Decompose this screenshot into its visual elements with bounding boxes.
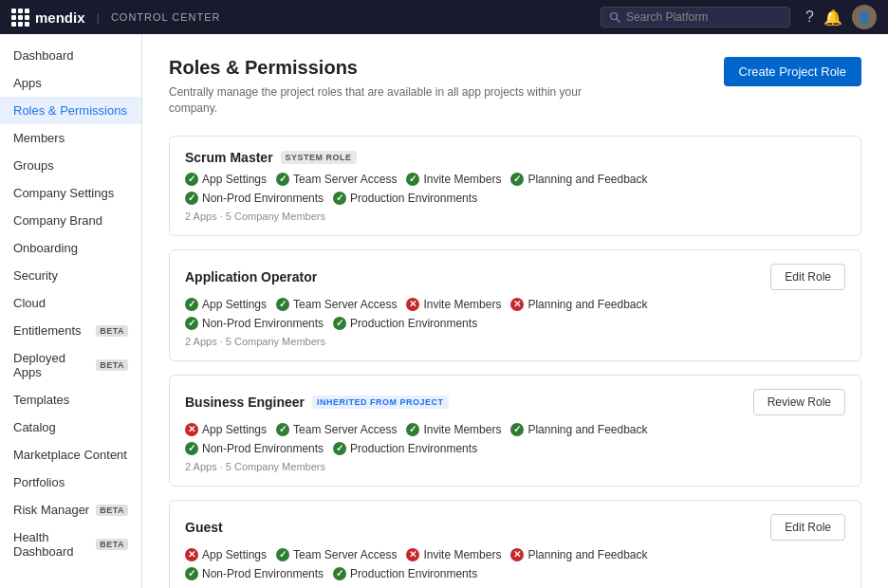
topnav-icons: ? 🔔 👤 [805, 5, 877, 29]
perm-item: Production Environments [333, 317, 477, 330]
sidebar-item-label: Company Brand [13, 213, 128, 228]
perm-item: Team Server Access [276, 423, 397, 436]
check-icon [333, 442, 346, 455]
perm-label: Production Environments [350, 192, 477, 205]
perm-label: Production Environments [350, 317, 477, 330]
perm-label: Team Server Access [293, 173, 397, 186]
sidebar-item-catalog[interactable]: Catalog [0, 413, 141, 441]
role-name: Business Engineer [185, 395, 305, 410]
sidebar-item-templates[interactable]: Templates [0, 386, 141, 413]
cross-icon [185, 423, 198, 436]
sidebar-item-company-settings[interactable]: Company Settings [0, 179, 141, 207]
nav-divider: | [97, 10, 100, 25]
sidebar-item-entitlements[interactable]: EntitlementsBETA [0, 317, 141, 344]
role-card-header: Scrum MasterSYSTEM ROLE [185, 150, 845, 165]
role-name: Scrum Master [185, 150, 273, 165]
sidebar-item-risk-manager[interactable]: Risk ManagerBETA [0, 496, 141, 524]
perm-label: Planning and Feedback [527, 298, 647, 311]
sidebar-item-portfolios[interactable]: Portfolios [0, 469, 141, 496]
perm-item: App Settings [185, 173, 267, 186]
sidebar-item-label: Onboarding [13, 241, 128, 255]
role-card-header: Business EngineerINHERITED FROM PROJECTR… [185, 389, 845, 415]
sidebar-item-health-dashboard[interactable]: Health DashboardBETA [0, 524, 141, 565]
check-icon [185, 298, 198, 311]
check-icon [333, 317, 346, 330]
role-name-row: Scrum MasterSYSTEM ROLE [185, 150, 357, 165]
sidebar-item-members[interactable]: Members [0, 124, 141, 152]
sidebar-item-label: Portfolios [13, 475, 128, 489]
search-box[interactable] [601, 7, 790, 28]
perm-item: Production Environments [333, 192, 477, 205]
perm-label: Team Server Access [293, 548, 397, 561]
logo-text: mendix [35, 9, 85, 26]
help-button[interactable]: ? [805, 9, 814, 26]
sidebar-item-label: Apps [13, 76, 128, 90]
check-icon [276, 423, 289, 436]
sidebar-item-onboarding[interactable]: Onboarding [0, 234, 141, 262]
sidebar-badge: BETA [96, 539, 128, 550]
sidebar-item-deployed-apps[interactable]: Deployed AppsBETA [0, 344, 141, 386]
notifications-button[interactable]: 🔔 [823, 9, 842, 27]
page-title: Roles & Permissions [169, 57, 624, 79]
search-input[interactable] [626, 10, 768, 24]
perm-item: App Settings [185, 548, 267, 561]
perms-row-1: App SettingsTeam Server AccessInvite Mem… [185, 423, 845, 436]
check-icon [276, 298, 289, 311]
perms-row-2: Non-Prod EnvironmentsProduction Environm… [185, 442, 845, 455]
perm-item: Production Environments [333, 567, 477, 580]
cross-icon [406, 298, 419, 311]
sidebar-item-cloud[interactable]: Cloud [0, 289, 141, 317]
check-icon [185, 567, 198, 580]
edit-role-button[interactable]: Edit Role [770, 514, 845, 541]
sidebar-item-label: Cloud [13, 296, 128, 310]
sidebar: DashboardAppsRoles & PermissionsMembersG… [0, 34, 142, 588]
sidebar-badge: BETA [96, 359, 128, 371]
check-icon [185, 317, 198, 330]
perm-item: Non-Prod Environments [185, 567, 324, 580]
main-content: Roles & Permissions Centrally manage the… [142, 34, 888, 588]
sidebar-item-label: Members [13, 131, 128, 145]
create-project-role-button[interactable]: Create Project Role [724, 57, 861, 86]
perm-item: Invite Members [406, 548, 501, 561]
sidebar-item-groups[interactable]: Groups [0, 152, 141, 179]
perm-label: Non-Prod Environments [202, 567, 324, 580]
perm-item: Non-Prod Environments [185, 192, 324, 205]
perms-row-1: App SettingsTeam Server AccessInvite Mem… [185, 173, 845, 186]
sidebar-item-marketplace-content[interactable]: Marketplace Content [0, 441, 141, 469]
edit-role-button[interactable]: Edit Role [770, 264, 845, 290]
perm-label: Planning and Feedback [527, 173, 647, 186]
role-card-header: Application OperatorEdit Role [185, 264, 845, 290]
avatar[interactable]: 👤 [852, 5, 877, 29]
sidebar-item-label: Entitlements [13, 323, 90, 338]
sidebar-item-security[interactable]: Security [0, 262, 141, 289]
roles-list: Scrum MasterSYSTEM ROLEApp SettingsTeam … [169, 136, 861, 588]
role-card-header: GuestEdit Role [185, 514, 845, 541]
sidebar-item-apps[interactable]: Apps [0, 69, 141, 97]
perm-item: Planning and Feedback [510, 298, 647, 311]
role-meta: 2 Apps · 5 Company Members [185, 336, 845, 347]
sidebar-item-roles---permissions[interactable]: Roles & Permissions [0, 97, 141, 124]
check-icon [276, 548, 289, 561]
role-name-row: Business EngineerINHERITED FROM PROJECT [185, 395, 449, 410]
role-card: GuestEdit RoleApp SettingsTeam Server Ac… [169, 500, 861, 588]
perms-row-2: Non-Prod EnvironmentsProduction Environm… [185, 317, 845, 330]
perm-item: Planning and Feedback [510, 423, 647, 436]
perm-item: Invite Members [406, 423, 501, 436]
sidebar-item-label: Templates [13, 393, 128, 407]
perm-item: Team Server Access [276, 173, 397, 186]
perm-label: Non-Prod Environments [202, 192, 324, 205]
review-role-button[interactable]: Review Role [753, 389, 845, 415]
logo[interactable]: mendix [11, 9, 85, 27]
perm-label: App Settings [202, 423, 267, 436]
role-name: Guest [185, 520, 223, 535]
role-card: Application OperatorEdit RoleApp Setting… [169, 249, 861, 361]
check-icon [276, 173, 289, 186]
check-icon [406, 173, 419, 186]
perm-label: Team Server Access [293, 298, 397, 311]
sidebar-item-label: Deployed Apps [13, 351, 90, 379]
perm-label: Non-Prod Environments [202, 317, 324, 330]
sidebar-item-company-brand[interactable]: Company Brand [0, 207, 141, 234]
layout: DashboardAppsRoles & PermissionsMembersG… [0, 34, 888, 588]
sidebar-badge: BETA [96, 505, 128, 516]
sidebar-item-dashboard[interactable]: Dashboard [0, 42, 141, 69]
